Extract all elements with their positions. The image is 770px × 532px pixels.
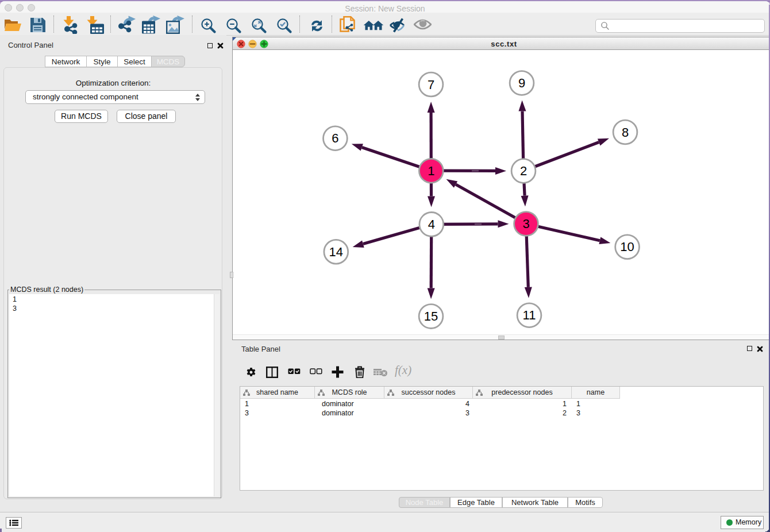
svg-text:9: 9 <box>518 76 525 90</box>
svg-text:15: 15 <box>424 309 438 323</box>
svg-text:3: 3 <box>522 217 529 231</box>
svg-text:4: 4 <box>428 217 435 232</box>
svg-text:11: 11 <box>523 308 536 322</box>
svg-text:7: 7 <box>428 78 434 92</box>
svg-text:6: 6 <box>332 131 338 145</box>
svg-text:2: 2 <box>520 164 527 178</box>
svg-text:8: 8 <box>622 125 629 140</box>
svg-text:10: 10 <box>620 240 634 254</box>
svg-text:1: 1 <box>428 164 434 178</box>
svg-text:14: 14 <box>329 245 343 259</box>
